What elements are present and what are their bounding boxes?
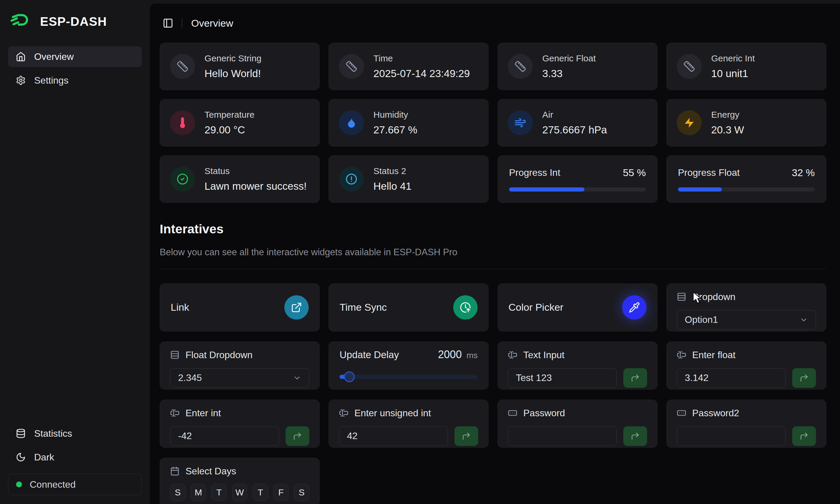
day-button-tuesday[interactable]: T (211, 484, 227, 501)
day-button-thursday[interactable]: T (253, 484, 268, 501)
progress-title: Progress Int (509, 167, 560, 178)
progress-bar-track (509, 187, 646, 192)
stat-value: Lawn mower success! (205, 180, 307, 192)
chevron-down-icon (800, 316, 808, 324)
alert-circle-icon (345, 173, 357, 185)
update-delay-value: 2000 (438, 348, 462, 361)
stat-title: Generic String (205, 53, 261, 64)
corner-up-right-icon (799, 431, 809, 441)
dropdown-select[interactable]: Option1 (677, 310, 816, 330)
corner-up-right-icon (462, 431, 471, 441)
stat-card-energy: Energy 20.3 W (666, 99, 826, 146)
enter-float-label: Enter float (692, 349, 736, 360)
connection-status-badge: Connected (8, 474, 142, 495)
stat-card-status: Status Lawn mower success! (160, 155, 320, 203)
dropdown-selected-value: Option1 (685, 314, 718, 325)
esp-dash-logo-icon (10, 13, 32, 31)
progress-bar-track (678, 187, 815, 192)
rectangle-ellipsis-icon (508, 408, 517, 418)
password-field[interactable] (508, 426, 617, 446)
enter-int-field[interactable] (170, 426, 279, 446)
update-delay-card: Update Delay 2000 ms (329, 342, 488, 390)
stat-value: 3.33 (542, 68, 596, 79)
sidebar-toggle-icon[interactable] (162, 18, 173, 29)
day-button-wednesday[interactable]: W (232, 484, 247, 501)
password-submit-button[interactable] (623, 426, 647, 446)
enter-int-submit-button[interactable] (286, 426, 309, 446)
stat-value: 29.00 °C (205, 124, 254, 136)
time-sync-label: Time Sync (340, 302, 387, 313)
pipette-icon (629, 302, 640, 313)
stat-value: 10 unit1 (711, 68, 755, 79)
password2-field[interactable] (677, 426, 786, 446)
enter-unsigned-int-field[interactable] (339, 426, 448, 446)
stat-value: 20.3 W (711, 124, 744, 136)
external-link-icon (291, 302, 302, 313)
calendar-icon (170, 466, 179, 476)
progress-value: 32 % (792, 167, 815, 179)
select-days-card: Select Days S M T W T F S (160, 458, 320, 504)
stat-title: Energy (711, 110, 744, 120)
text-cursor-input-icon (170, 408, 179, 418)
sidebar-item-label: Statistics (34, 428, 72, 439)
update-delay-slider[interactable] (340, 371, 478, 383)
esp-dash-app: { "app": { "name": "ESP-DASH" }, "sideba… (0, 0, 840, 504)
app-title: ESP-DASH (40, 15, 107, 29)
stat-card-temperature: Temperature 29.00 °C (160, 99, 320, 146)
gear-icon (16, 75, 26, 85)
stat-title: Generic Int (711, 53, 755, 64)
color-picker-button[interactable] (622, 295, 647, 320)
stat-icon-badge (170, 167, 195, 192)
float-dropdown-select[interactable]: 2.345 (170, 368, 309, 388)
stat-card-humidity: Humidity 27.667 % (329, 99, 488, 146)
password2-submit-button[interactable] (792, 426, 816, 446)
sidebar-item-settings[interactable]: Settings (8, 70, 142, 91)
section-divider (160, 269, 826, 269)
stat-icon-badge (508, 110, 533, 135)
float-dropdown-selected-value: 2.345 (178, 372, 202, 383)
text-input-submit-button[interactable] (623, 368, 647, 388)
stat-value: Hello 41 (373, 180, 411, 192)
database-icon (16, 428, 26, 438)
theme-toggle-dark[interactable]: Dark (8, 445, 142, 469)
link-button[interactable] (284, 295, 309, 320)
stat-card-generic-int: Generic Int 10 unit1 (666, 43, 826, 90)
sidebar-item-label: Overview (34, 51, 74, 62)
dropdown-card: Dropdown Option1 (666, 284, 826, 331)
day-button-monday[interactable]: M (191, 484, 206, 501)
time-sync-button[interactable] (453, 295, 478, 320)
password2-card: Password2 (666, 400, 826, 448)
progress-bar-fill (678, 187, 722, 192)
progress-bar-fill (509, 187, 584, 192)
enter-float-field[interactable] (677, 368, 786, 388)
enter-unsigned-int-submit-button[interactable] (455, 426, 478, 446)
stat-icon-badge (339, 54, 364, 79)
connection-status-label: Connected (30, 479, 76, 490)
select-days-buttons: S M T W T F S (170, 484, 309, 501)
chevron-down-icon (293, 374, 301, 382)
thermometer-icon (177, 117, 188, 129)
stat-icon-badge (677, 54, 702, 79)
stat-icon-badge (508, 54, 533, 79)
link-label: Link (171, 302, 189, 313)
sidebar-item-statistics[interactable]: Statistics (8, 421, 142, 445)
text-input-card: Text Input (497, 342, 657, 390)
stat-title: Generic Float (542, 53, 596, 64)
text-input-field[interactable] (508, 368, 617, 388)
stat-card-air: Air 275.6667 hPa (497, 99, 657, 146)
enter-float-submit-button[interactable] (792, 368, 816, 388)
stat-card-status2: Status 2 Hello 41 (329, 155, 488, 203)
slider-thumb[interactable] (344, 372, 355, 382)
sidebar-item-overview[interactable]: Overview (8, 46, 142, 67)
topbar: Overview (160, 3, 826, 43)
dropdown-rows-icon (677, 292, 686, 302)
day-button-sunday[interactable]: S (170, 484, 186, 501)
slider-track (340, 375, 478, 379)
section-subtitle: Below you can see all the interactive wi… (160, 247, 826, 258)
clock-arrow-up-icon (460, 302, 471, 313)
day-button-friday[interactable]: F (273, 484, 289, 501)
select-days-label: Select Days (186, 466, 236, 477)
sidebar-item-label: Settings (34, 75, 69, 86)
day-button-saturday[interactable]: S (294, 484, 309, 501)
stat-value: Hello World! (205, 68, 261, 79)
